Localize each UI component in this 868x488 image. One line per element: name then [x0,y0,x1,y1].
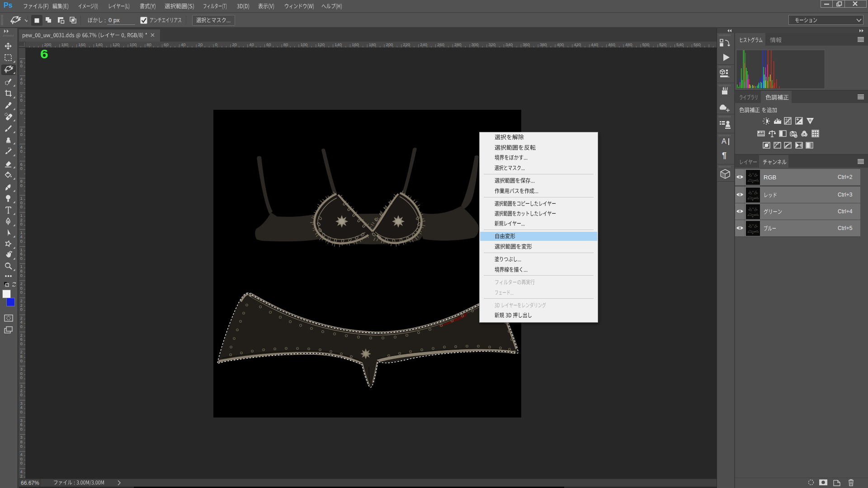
svg-text:440: 440 [591,42,598,47]
svg-text:80: 80 [283,42,288,47]
svg-text:260: 260 [437,42,444,47]
svg-text:160: 160 [352,42,359,47]
svg-text:0: 0 [20,307,23,312]
svg-text:0: 0 [20,63,23,68]
svg-text:60: 60 [164,42,169,47]
svg-text:320: 320 [488,42,495,47]
svg-text:200: 200 [44,42,52,47]
svg-text:140: 140 [335,42,342,47]
svg-text:180: 180 [61,42,68,47]
svg-text:280: 280 [454,42,462,47]
svg-text:340: 340 [505,42,513,47]
svg-text:0: 0 [20,409,23,414]
svg-text:0: 0 [20,375,23,380]
svg-text:0: 0 [20,149,23,154]
svg-text:160: 160 [78,42,85,47]
svg-text:0: 0 [20,444,23,449]
svg-text:20: 20 [198,42,203,47]
svg-text:0: 0 [20,341,23,346]
svg-text:0: 0 [20,460,23,465]
svg-text:560: 560 [693,42,701,47]
svg-text:240: 240 [420,42,427,47]
svg-text:0: 0 [20,239,23,244]
svg-text:420: 420 [574,42,581,47]
svg-text:40: 40 [249,42,254,47]
svg-text:0: 0 [215,42,217,47]
svg-text:500: 500 [642,42,650,47]
svg-text:0: 0 [20,324,23,329]
svg-text:300: 300 [472,42,479,47]
svg-text:0: 0 [20,256,23,261]
svg-text:140: 140 [95,42,103,47]
svg-text:100: 100 [301,42,308,47]
svg-text:0: 0 [20,98,23,103]
svg-text:220: 220 [403,42,410,47]
svg-text:360: 360 [523,42,530,47]
svg-text:400: 400 [557,42,564,47]
svg-text:0: 0 [20,273,23,278]
svg-text:520: 520 [659,42,666,47]
svg-text:0: 0 [20,80,23,85]
svg-text:540: 540 [676,42,684,47]
svg-text:480: 480 [625,42,632,47]
svg-text:40: 40 [181,42,186,47]
svg-text:0: 0 [20,204,23,209]
svg-text:180: 180 [369,42,376,47]
svg-text:120: 120 [317,42,325,47]
svg-text:460: 460 [608,42,615,47]
svg-text:0: 0 [20,427,23,432]
svg-text:0: 0 [20,392,23,397]
svg-text:80: 80 [146,42,151,47]
svg-text:0: 0 [20,110,23,115]
svg-text:200: 200 [386,42,393,47]
svg-text:0: 0 [20,358,23,363]
svg-text:0: 0 [20,183,23,188]
svg-text:20: 20 [232,42,237,47]
svg-text:60: 60 [266,42,271,47]
svg-text:100: 100 [130,42,137,47]
svg-text:120: 120 [113,42,120,47]
svg-text:380: 380 [540,42,547,47]
svg-text:0: 0 [20,221,23,226]
svg-text:0: 0 [20,132,23,137]
svg-text:0: 0 [20,166,23,171]
svg-text:0: 0 [20,290,23,295]
